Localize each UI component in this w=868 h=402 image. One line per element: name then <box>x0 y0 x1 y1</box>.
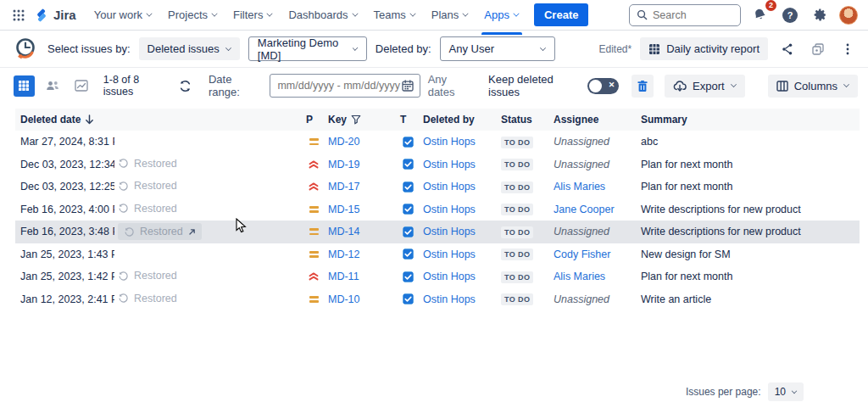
table-row[interactable]: Jan 12, 2023, 2:41 PM Restored MD-10 Ost… <box>15 288 860 311</box>
page-size-value: 10 <box>775 386 786 398</box>
more-actions-button[interactable] <box>837 38 858 60</box>
user-avatar[interactable] <box>839 6 858 25</box>
header-deleted-date[interactable]: Deleted date <box>15 114 114 126</box>
table-row[interactable]: Jan 25, 2023, 1:43 PM MD-12 Ostin Hops T… <box>15 243 860 266</box>
create-button[interactable]: Create <box>534 3 588 26</box>
filter-funnel-icon[interactable] <box>351 114 361 125</box>
open-link-icon <box>188 228 196 236</box>
restored-badge[interactable]: Restored <box>118 158 177 170</box>
select-issues-by-label: Select issues by: <box>47 42 131 55</box>
deleted-date-cell: Dec 03, 2023, 12:34 AM <box>15 159 114 170</box>
issue-key-link[interactable]: MD-10 <box>328 293 360 305</box>
issue-key-link[interactable]: MD-11 <box>328 271 359 282</box>
restore-icon <box>118 293 129 304</box>
issue-key-link[interactable]: MD-12 <box>328 248 360 260</box>
issue-key-link[interactable]: MD-20 <box>328 136 360 148</box>
priority-cell <box>303 228 325 235</box>
export-button[interactable]: Export <box>665 75 745 98</box>
deleted-by-link[interactable]: Ostin Hops <box>423 248 476 260</box>
assignee-link[interactable]: Cody Fisher <box>554 248 610 260</box>
delete-button[interactable] <box>632 75 654 98</box>
deleted-date-cell: Feb 16, 2023, 3:48 PM <box>15 226 114 237</box>
priority-highest-icon <box>309 181 319 192</box>
date-range-input[interactable] <box>276 80 402 92</box>
assignee-cell: Unassigned <box>550 159 637 170</box>
deleted-by-link[interactable]: Ostin Hops <box>423 271 476 282</box>
jira-logo[interactable]: Jira <box>34 8 76 23</box>
table-row[interactable]: Dec 03, 2023, 12:34 AM Restored MD-19 Os… <box>15 154 860 176</box>
report-table-icon <box>648 43 660 55</box>
assignee-link[interactable]: Alis Maries <box>554 181 605 193</box>
status-badge: TO DO <box>501 159 533 170</box>
deleted-by-link[interactable]: Ostin Hops <box>423 136 476 148</box>
deleted-by-link[interactable]: Ostin Hops <box>423 226 476 237</box>
daily-activity-report-button[interactable]: Daily activity report <box>640 37 768 60</box>
nav-item-projects[interactable]: Projects <box>160 1 225 29</box>
page-size-dropdown[interactable]: 10 <box>768 382 804 401</box>
status-cell: TO DO <box>498 181 550 193</box>
header-assignee[interactable]: Assignee <box>550 114 637 126</box>
table-row[interactable]: Dec 03, 2023, 12:25 AM Restored MD-17 Os… <box>15 176 860 198</box>
header-status[interactable]: Status <box>498 114 550 126</box>
header-deleted-by[interactable]: Deleted by <box>420 114 498 126</box>
issue-source-dropdown[interactable]: Deleted issues <box>139 37 240 60</box>
nav-item-plans[interactable]: Plans <box>424 1 477 29</box>
nav-item-teams[interactable]: Teams <box>366 1 424 29</box>
deleted-by-link[interactable]: Ostin Hops <box>423 204 476 215</box>
columns-button[interactable]: Columns <box>768 75 858 98</box>
deleted-by-link[interactable]: Ostin Hops <box>423 159 476 170</box>
deleted-by-select[interactable]: Any User <box>440 36 555 61</box>
issue-key-link[interactable]: MD-15 <box>328 204 360 215</box>
notifications-button[interactable]: 2 <box>749 4 771 25</box>
issue-key-link[interactable]: MD-14 <box>328 226 360 237</box>
deleted-by-cell: Ostin Hops <box>420 248 498 260</box>
assignee-link[interactable]: Alis Maries <box>554 271 605 282</box>
key-cell: MD-11 <box>325 271 397 282</box>
share-button[interactable] <box>776 38 798 60</box>
header-type[interactable]: T <box>397 114 420 126</box>
nav-item-dashboards[interactable]: Dashboards <box>281 1 365 29</box>
table-view-button[interactable] <box>14 75 35 97</box>
priority-cell <box>303 181 325 192</box>
date-range-field[interactable] <box>270 74 420 98</box>
type-cell <box>397 159 420 170</box>
nav-item-your-work[interactable]: Your work <box>86 1 160 29</box>
restored-badge[interactable]: Restored <box>118 270 177 282</box>
task-type-icon <box>403 159 414 170</box>
restored-badge[interactable]: Restored <box>118 223 202 240</box>
copy-view-button[interactable] <box>807 38 829 60</box>
search-input[interactable] <box>653 9 729 21</box>
table-row[interactable]: Feb 16, 2023, 4:00 PM Restored MD-15 Ost… <box>15 198 860 221</box>
chart-view-button[interactable] <box>71 75 92 97</box>
app-switcher-icon[interactable] <box>8 5 29 25</box>
help-button[interactable]: ? <box>779 4 801 26</box>
status-cell: TO DO <box>498 158 550 170</box>
table-row[interactable]: Jan 25, 2023, 1:42 PM Restored MD-11 Ost… <box>15 265 860 288</box>
table-row[interactable]: Feb 16, 2023, 3:48 PM Restored MD-14 Ost… <box>15 221 860 243</box>
users-view-button[interactable] <box>42 75 64 97</box>
nav-item-apps[interactable]: Apps <box>476 1 527 29</box>
key-cell: MD-15 <box>325 204 397 215</box>
settings-button[interactable] <box>810 4 831 25</box>
status-cell: TO DO <box>498 136 550 148</box>
search-box[interactable] <box>629 4 741 26</box>
table-row[interactable]: Mar 27, 2024, 8:31 PM MD-20 Ostin Hops T… <box>15 131 860 154</box>
nav-item-filters[interactable]: Filters <box>225 1 281 29</box>
refresh-button[interactable] <box>175 75 196 97</box>
deleted-by-link[interactable]: Ostin Hops <box>423 293 476 305</box>
header-summary[interactable]: Summary <box>637 114 860 126</box>
header-priority[interactable]: P <box>303 114 325 126</box>
project-select[interactable]: Marketing Demo [MD] <box>248 36 367 61</box>
header-key[interactable]: Key <box>325 114 397 126</box>
assignee-link[interactable]: Jane Cooper <box>554 204 615 215</box>
restored-badge[interactable]: Restored <box>118 203 177 215</box>
restored-badge[interactable]: Restored <box>118 293 177 304</box>
calendar-icon <box>402 80 414 92</box>
deleted-by-cell: Ostin Hops <box>420 226 498 237</box>
deleted-by-link[interactable]: Ostin Hops <box>423 181 476 193</box>
type-cell <box>397 137 420 148</box>
restored-badge[interactable]: Restored <box>118 180 177 192</box>
keep-deleted-issues-toggle[interactable]: ✕ <box>587 78 619 94</box>
issue-key-link[interactable]: MD-17 <box>328 181 360 193</box>
issue-key-link[interactable]: MD-19 <box>328 159 360 170</box>
